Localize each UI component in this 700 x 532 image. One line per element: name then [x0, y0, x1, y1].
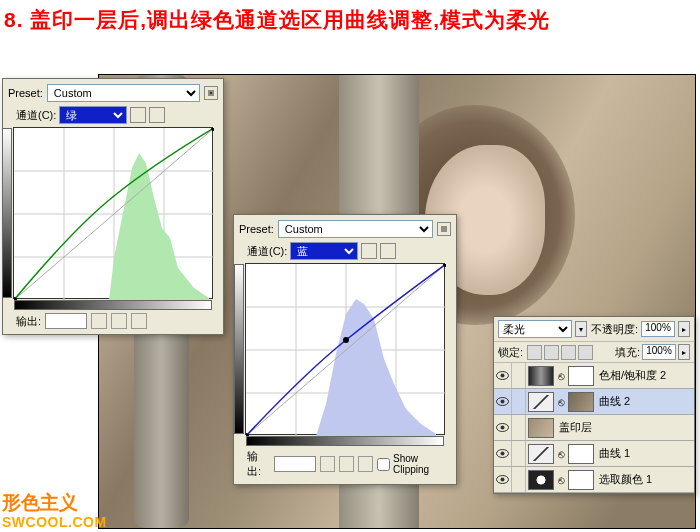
visibility-eye-icon[interactable]: [496, 475, 509, 484]
svg-point-35: [501, 478, 505, 482]
layer-thumb-curves-icon: [528, 392, 554, 412]
layer-mask-thumb: [568, 470, 594, 490]
preset-select[interactable]: Custom: [278, 220, 433, 238]
link-icon: ⎋: [557, 473, 565, 487]
svg-point-31: [501, 426, 505, 430]
output-label: 输出:: [16, 314, 41, 329]
channel-tool-1[interactable]: [361, 243, 377, 259]
opacity-value[interactable]: 100%: [641, 321, 675, 337]
show-clipping-checkbox[interactable]: [377, 458, 390, 471]
channel-tool-2[interactable]: [380, 243, 396, 259]
fill-dropdown-icon[interactable]: ▸: [678, 344, 690, 360]
eyedropper-gray-icon[interactable]: [111, 313, 127, 329]
curves-graph-green[interactable]: [13, 127, 213, 299]
watermark-line1: 形色主义: [2, 492, 107, 514]
output-value-input[interactable]: [274, 456, 316, 472]
channel-label: 通道(C):: [16, 108, 56, 123]
link-icon: ⎋: [557, 447, 565, 461]
layer-row[interactable]: ⎋ 色相/饱和度 2: [494, 363, 694, 389]
output-label: 输出:: [247, 449, 270, 479]
fill-value[interactable]: 100%: [642, 344, 676, 360]
visibility-eye-icon[interactable]: [496, 397, 509, 406]
layer-mask-thumb: [568, 444, 594, 464]
opacity-label: 不透明度:: [591, 322, 638, 337]
layer-row[interactable]: 盖印层: [494, 415, 694, 441]
blend-mode-select[interactable]: 柔光: [498, 320, 572, 338]
svg-point-33: [501, 452, 505, 456]
show-clipping-label: Show Clipping: [393, 453, 451, 475]
curves-dialog-green: Preset: Custom 通道(C): 绿 输出:: [2, 78, 224, 335]
visibility-eye-icon[interactable]: [496, 449, 509, 458]
eyedropper-black-icon[interactable]: [320, 456, 335, 472]
lock-all-icon[interactable]: [578, 345, 593, 360]
layer-thumb-selective-color-icon: [528, 470, 554, 490]
curves-dialog-blue: Preset: Custom 通道(C): 蓝 输出: Show: [233, 214, 457, 485]
layer-row[interactable]: ⎋ 曲线 2: [494, 389, 694, 415]
channel-label: 通道(C):: [247, 244, 287, 259]
input-gradient: [14, 300, 212, 310]
layer-name-label: 选取颜色 1: [599, 472, 652, 487]
lock-transparency-icon[interactable]: [527, 345, 542, 360]
layer-thumb-photo: [528, 418, 554, 438]
output-gradient: [234, 264, 244, 434]
lock-label: 锁定:: [498, 345, 523, 360]
layer-row[interactable]: ⎋ 选取颜色 1: [494, 467, 694, 493]
preset-label: Preset:: [8, 87, 43, 99]
step-instruction: 8. 盖印一层后,调出绿色通道选区用曲线调整,模式为柔光: [0, 0, 700, 39]
eyedropper-white-icon[interactable]: [358, 456, 373, 472]
eyedropper-black-icon[interactable]: [91, 313, 107, 329]
fill-label: 填充:: [615, 345, 640, 360]
visibility-eye-icon[interactable]: [496, 371, 509, 380]
preset-menu-icon[interactable]: [437, 222, 451, 236]
preset-select[interactable]: Custom: [47, 84, 200, 102]
channel-tool-2[interactable]: [149, 107, 165, 123]
lock-pixels-icon[interactable]: [544, 345, 559, 360]
layer-name-label: 曲线 1: [599, 446, 630, 461]
lock-position-icon[interactable]: [561, 345, 576, 360]
link-icon: ⎋: [557, 369, 565, 383]
channel-tool-1[interactable]: [130, 107, 146, 123]
layer-name-label: 曲线 2: [599, 394, 630, 409]
preset-label: Preset:: [239, 223, 274, 235]
blend-dropdown-icon[interactable]: ▾: [575, 321, 587, 337]
svg-point-24: [343, 337, 349, 343]
layer-mask-thumb: [568, 392, 594, 412]
output-value-input[interactable]: [45, 313, 87, 329]
layer-list: ⎋ 色相/饱和度 2 ⎋ 曲线 2 盖印层 ⎋ 曲线 1: [494, 363, 694, 493]
channel-select-green[interactable]: 绿: [59, 106, 127, 124]
layer-row[interactable]: ⎋ 曲线 1: [494, 441, 694, 467]
layer-mask-thumb: [568, 366, 594, 386]
curves-graph-blue[interactable]: [245, 263, 445, 435]
eyedropper-white-icon[interactable]: [131, 313, 147, 329]
layer-name-label: 盖印层: [559, 420, 592, 435]
svg-point-27: [501, 374, 505, 378]
svg-point-29: [501, 400, 505, 404]
layers-panel: 柔光 ▾ 不透明度: 100% ▸ 锁定: 填充: 100% ▸ ⎋ 色相/饱和…: [493, 316, 695, 494]
preset-menu-icon[interactable]: [204, 86, 218, 100]
input-gradient: [246, 436, 444, 446]
watermark-line2: SWCOOL.COM: [2, 514, 107, 530]
layer-thumb-icon: [528, 366, 554, 386]
watermark: 形色主义 SWCOOL.COM: [2, 492, 107, 530]
link-icon: ⎋: [557, 395, 565, 409]
visibility-eye-icon[interactable]: [496, 423, 509, 432]
layer-thumb-curves-icon: [528, 444, 554, 464]
eyedropper-gray-icon[interactable]: [339, 456, 354, 472]
channel-select-blue[interactable]: 蓝: [290, 242, 358, 260]
opacity-dropdown-icon[interactable]: ▸: [678, 321, 690, 337]
output-gradient: [2, 128, 12, 298]
layer-name-label: 色相/饱和度 2: [599, 368, 666, 383]
